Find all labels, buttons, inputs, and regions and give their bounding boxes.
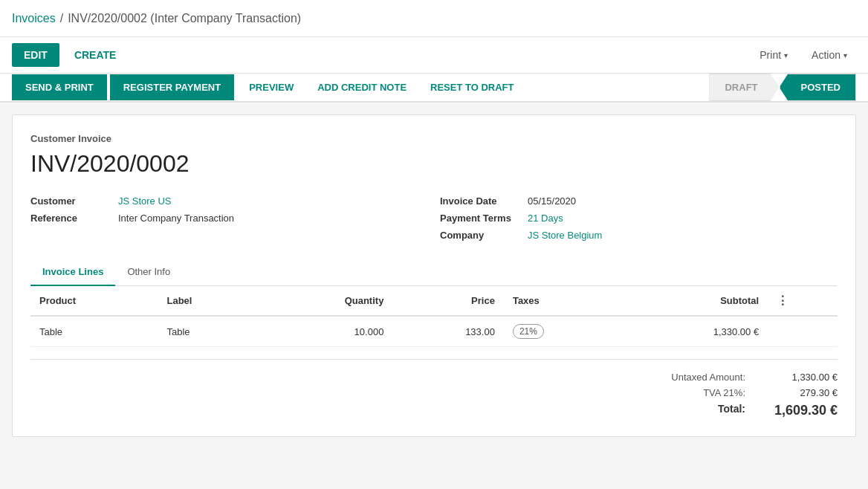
customer-field-row: Customer JS Store US [30, 195, 428, 207]
invoice-type-label: Customer Invoice [30, 133, 838, 144]
invoice-fields-right: Invoice Date 05/15/2020 Payment Terms 21… [440, 195, 838, 241]
reset-to-draft-button[interactable]: RESET TO DRAFT [418, 74, 525, 100]
register-payment-button[interactable]: REGISTER PAYMENT [110, 74, 234, 100]
edit-button[interactable]: EDIT [12, 43, 59, 67]
invoice-date-value: 05/15/2020 [528, 195, 576, 207]
col-quantity: Quantity [259, 286, 392, 316]
untaxed-amount-row: Untaxed Amount: 1,330.00 € [585, 372, 838, 383]
tabs: Invoice Lines Other Info [30, 259, 838, 286]
col-taxes: Taxes [504, 286, 619, 316]
invoice-number: INV/2020/0002 [30, 150, 838, 178]
breadcrumb-parent-link[interactable]: Invoices [12, 12, 56, 25]
top-bar: Invoices / INV/2020/0002 (Inter Company … [0, 0, 868, 37]
invoice-fields-left: Customer JS Store US Reference Inter Com… [30, 195, 428, 241]
status-bar: DRAFT POSTED [709, 74, 856, 101]
total-value: 1,609.30 € [763, 403, 838, 418]
invoice-date-field-row: Invoice Date 05/15/2020 [440, 195, 838, 207]
breadcrumb-current: INV/2020/0002 (Inter Company Transaction… [68, 12, 301, 25]
company-label: Company [440, 230, 522, 241]
tab-invoice-lines[interactable]: Invoice Lines [30, 259, 115, 286]
table-row: Table Table 10.000 133.00 21% 1,330.00 € [30, 316, 838, 347]
company-field-row: Company JS Store Belgium [440, 230, 838, 241]
cell-row-menu [768, 316, 838, 347]
grand-total-row: Total: 1,609.30 € [585, 403, 838, 418]
invoice-table: Product Label Quantity Price Taxes Subto… [30, 286, 838, 347]
untaxed-amount-value: 1,330.00 € [763, 372, 838, 383]
payment-terms-field-row: Payment Terms 21 Days [440, 213, 838, 224]
print-caret-icon: ▾ [784, 51, 788, 59]
table-column-menu-icon[interactable]: ⋮ [777, 294, 788, 307]
status-posted[interactable]: POSTED [780, 74, 856, 101]
reference-label: Reference [30, 213, 112, 224]
status-posted-label: POSTED [801, 82, 841, 93]
breadcrumb: Invoices / INV/2020/0002 (Inter Company … [12, 12, 301, 25]
print-label: Print [760, 49, 781, 61]
col-label: Label [158, 286, 259, 316]
cell-quantity: 10.000 [259, 316, 392, 347]
company-value[interactable]: JS Store Belgium [528, 230, 602, 241]
create-button[interactable]: CREATE [65, 43, 126, 67]
cell-price: 133.00 [392, 316, 504, 347]
col-subtotal: Subtotal [619, 286, 768, 316]
status-draft-label: DRAFT [725, 82, 757, 93]
col-price: Price [392, 286, 504, 316]
action-label: Action [812, 49, 841, 61]
customer-label: Customer [30, 195, 112, 207]
payment-terms-label: Payment Terms [440, 213, 522, 224]
invoice-fields: Customer JS Store US Reference Inter Com… [30, 195, 838, 241]
action-caret-icon: ▾ [843, 51, 847, 59]
tab-other-info[interactable]: Other Info [115, 259, 182, 286]
action-bar: SEND & PRINT REGISTER PAYMENT PREVIEW AD… [0, 74, 868, 103]
toolbar-left: EDIT CREATE [12, 43, 125, 67]
preview-button[interactable]: PREVIEW [237, 74, 305, 100]
payment-terms-value[interactable]: 21 Days [528, 213, 563, 224]
untaxed-amount-label: Untaxed Amount: [626, 372, 745, 383]
status-draft[interactable]: DRAFT [709, 74, 779, 101]
tva-value: 279.30 € [763, 387, 838, 398]
send-print-button[interactable]: SEND & PRINT [12, 74, 107, 100]
customer-value[interactable]: JS Store US [118, 195, 172, 207]
total-label: Total: [626, 403, 745, 418]
toolbar-right: Print ▾ Action ▾ [751, 43, 856, 67]
tva-row: TVA 21%: 279.30 € [585, 387, 838, 398]
totals-section: Untaxed Amount: 1,330.00 € TVA 21%: 279.… [30, 359, 838, 418]
toolbar: EDIT CREATE Print ▾ Action ▾ [0, 37, 868, 74]
action-dropdown-button[interactable]: Action ▾ [803, 43, 856, 67]
col-menu: ⋮ [768, 286, 838, 316]
cell-label: Table [158, 316, 259, 347]
cell-product: Table [30, 316, 158, 347]
tva-label: TVA 21%: [626, 387, 745, 398]
reference-value: Inter Company Transaction [118, 213, 234, 224]
add-credit-note-button[interactable]: ADD CREDIT NOTE [305, 74, 418, 100]
invoice-date-label: Invoice Date [440, 195, 522, 207]
reference-field-row: Reference Inter Company Transaction [30, 213, 428, 224]
cell-subtotal: 1,330.00 € [619, 316, 768, 347]
main-content: Customer Invoice INV/2020/0002 Customer … [12, 114, 856, 437]
col-product: Product [30, 286, 158, 316]
tax-badge: 21% [513, 324, 544, 339]
print-dropdown-button[interactable]: Print ▾ [751, 43, 797, 67]
cell-taxes: 21% [504, 316, 619, 347]
breadcrumb-separator: / [60, 12, 63, 25]
